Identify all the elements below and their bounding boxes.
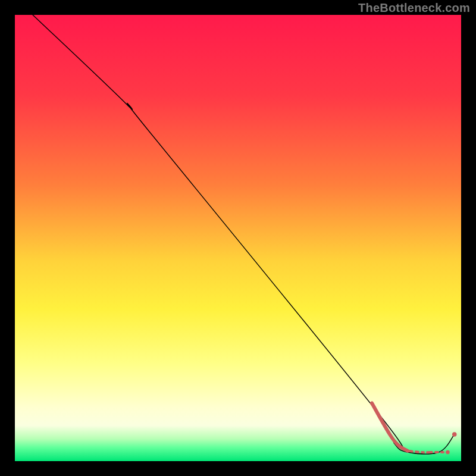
- chart-svg: [15, 15, 461, 461]
- watermark-label: TheBottleneck.com: [358, 1, 470, 15]
- marker-point: [452, 432, 457, 437]
- chart-background: [15, 15, 461, 461]
- chart-plot: [15, 15, 461, 461]
- marker-point: [446, 450, 449, 454]
- chart-stage: TheBottleneck.com: [0, 0, 476, 476]
